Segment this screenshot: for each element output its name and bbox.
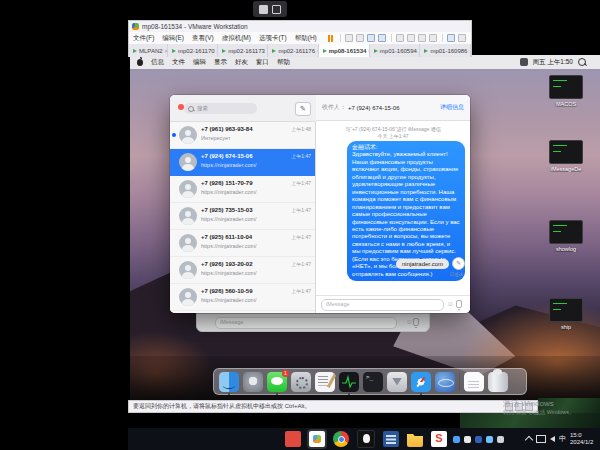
taskbar-explorer-icon[interactable]	[407, 431, 423, 447]
taskbar-chrome-icon[interactable]	[333, 431, 349, 447]
conversation-row[interactable]: +7 (961) 963-93-84 上午1:48 Интересует	[170, 122, 315, 149]
conversation-row[interactable]: +7 (926) 560-10-59 上午1:47 https://ninjat…	[170, 284, 315, 311]
dock-trash-icon[interactable]	[488, 372, 508, 392]
volume-icon[interactable]	[550, 436, 555, 442]
vm-tab[interactable]: mp01-160986×	[420, 44, 471, 57]
desktop-file[interactable]: MACOS	[544, 75, 588, 107]
dock-network-globe-icon[interactable]	[435, 372, 455, 392]
dock-terminal-icon[interactable]: >_	[363, 372, 383, 392]
taskbar-vmware-icon[interactable]	[309, 431, 325, 447]
dock-documents-icon[interactable]	[464, 372, 484, 392]
vm-tab[interactable]: mp01-160594×	[370, 44, 421, 57]
vmware-titlebar[interactable]: mp08-161534 - VMware Workstation	[128, 20, 472, 32]
taskbar-itunes-icon[interactable]	[357, 430, 375, 448]
ime-indicator[interactable]: 中	[559, 434, 566, 444]
pulse-graph	[339, 372, 359, 392]
apple-menu-icon[interactable]	[137, 59, 143, 66]
snapshot-clock-button[interactable]	[356, 34, 364, 42]
vm-tab[interactable]: mp02-161170×	[168, 44, 218, 57]
menu-help[interactable]: 帮助	[277, 58, 290, 67]
expand-control-icon[interactable]	[272, 5, 281, 14]
microphone-icon[interactable]	[413, 318, 419, 326]
tray-icon[interactable]	[453, 436, 460, 443]
snapshot-manager-button[interactable]	[447, 34, 455, 42]
conversation-row[interactable]: +7 (925) 611-10-04 上午1:47 https://ninjat…	[170, 230, 315, 257]
revert-snapshot-button[interactable]	[378, 34, 386, 42]
show-library-button[interactable]	[396, 34, 404, 42]
vm-tab[interactable]: mp02-161176×	[268, 44, 318, 57]
emoji-icon[interactable]: ☺	[447, 300, 454, 308]
menu-window[interactable]: 窗口	[256, 58, 269, 67]
details-button[interactable]: 详细信息	[440, 103, 464, 112]
spotlight-icon[interactable]	[578, 58, 586, 66]
tray-expand-icon[interactable]	[525, 436, 533, 444]
dock-messages-icon[interactable]: 1	[267, 372, 287, 392]
edit-circle-icon[interactable]: ✎	[452, 257, 465, 270]
pause-control-icon[interactable]	[259, 5, 268, 14]
dock-safari-icon[interactable]	[411, 372, 431, 392]
menu-file[interactable]: 文件	[172, 58, 185, 67]
vm-tab-active[interactable]: mp08-161534×	[319, 44, 370, 57]
desktop-file[interactable]: showlog	[544, 220, 588, 252]
menu-edit[interactable]: 编辑	[193, 58, 206, 67]
menu-buddies[interactable]: 好友	[235, 58, 248, 67]
dock-archive-utility-icon[interactable]	[387, 372, 407, 392]
dock-textedit-icon[interactable]	[315, 372, 335, 392]
dock-activity-monitor-icon[interactable]	[339, 372, 359, 392]
conversation-row-selected[interactable]: +7 (924) 674-15-06 上午1:47 https://ninjat…	[170, 149, 315, 176]
tray-icon[interactable]	[497, 436, 504, 443]
link-bubble[interactable]: ninjatrader.com	[396, 259, 449, 269]
tab-close-icon[interactable]: ×	[469, 48, 471, 54]
sogou-ime-icon[interactable]: S	[431, 431, 447, 447]
background-messages-window[interactable]: iMessage ☺	[196, 313, 430, 332]
menu-help[interactable]: 帮助(H)	[295, 34, 317, 43]
vm-tab[interactable]: mp02-161173×	[218, 44, 268, 57]
vmware-statusbar: 要返回到你的计算机，请将鼠标指针从虚拟机中移出或按 Ctrl+Alt。	[128, 400, 538, 413]
desktop-file[interactable]: iMessageDe	[544, 140, 588, 172]
take-snapshot-button[interactable]	[367, 34, 375, 42]
taskbar-clock[interactable]: 15:0 2024/1/2	[570, 432, 600, 446]
unity-button[interactable]	[429, 34, 437, 42]
floating-control-toolbar[interactable]	[253, 1, 287, 17]
search-input[interactable]: 搜索	[184, 103, 257, 114]
input-method-icon[interactable]	[520, 58, 528, 66]
menu-edit[interactable]: 编辑(E)	[162, 34, 184, 43]
vm-tab[interactable]: MLPAN2×	[129, 44, 168, 57]
tray-icon[interactable]	[475, 436, 482, 443]
free-stretch-button[interactable]	[458, 34, 466, 42]
macos-vm-screen: 信息 文件 编辑 显示 好友 窗口 帮助 周五 上午1:50 MACOS iMe…	[130, 55, 600, 403]
search-icon	[188, 106, 194, 112]
timestamp-line: 今天 上午1:47	[316, 133, 470, 139]
conversation-row[interactable]: +7 (925) 735-15-03 上午1:47 https://ninjat…	[170, 203, 315, 230]
menu-view[interactable]: 查看(V)	[192, 34, 214, 43]
menu-view[interactable]: 显示	[214, 58, 227, 67]
message-input[interactable]: iMessage	[321, 299, 444, 311]
conversation-row[interactable]: +7 (926) 193-20-02 上午1:47 https://ninjat…	[170, 257, 315, 284]
fullscreen-button[interactable]	[418, 34, 426, 42]
conversation-row[interactable]: +7 (925) 517-30-66 上午1:47 https://ninjat…	[170, 311, 315, 313]
menu-vm[interactable]: 虚拟机(M)	[222, 34, 251, 43]
menubar-clock[interactable]: 周五 上午1:50	[533, 58, 573, 67]
network-icon[interactable]	[536, 435, 546, 443]
dock-system-preferences-icon[interactable]	[291, 372, 311, 392]
menu-tabs[interactable]: 选项卡(T)	[259, 34, 287, 43]
avatar	[179, 207, 197, 225]
tray-icon[interactable]	[464, 436, 471, 443]
taskbar-document-app-icon[interactable]	[383, 431, 399, 447]
desktop-file[interactable]: ship	[544, 298, 588, 330]
dock-finder-icon[interactable]	[219, 372, 239, 392]
emoji-icon[interactable]: ☺	[406, 318, 413, 326]
avatar	[179, 180, 197, 198]
message-input[interactable]: iMessage	[215, 317, 397, 329]
send-ctrl-alt-del-button[interactable]	[345, 34, 353, 42]
console-view-button[interactable]	[407, 34, 415, 42]
dock-launchpad-icon[interactable]	[243, 372, 263, 392]
taskbar-app-icon[interactable]	[285, 431, 301, 447]
microphone-icon[interactable]	[456, 300, 462, 308]
menu-messages[interactable]: 信息	[151, 58, 164, 67]
menu-file[interactable]: 文件(F)	[133, 34, 154, 43]
suspend-vm-button[interactable]	[327, 35, 334, 42]
compose-button[interactable]: ✎	[295, 102, 311, 116]
conversation-row[interactable]: +7 (926) 151-70-79 上午1:47 https://ninjat…	[170, 176, 315, 203]
tray-icon[interactable]	[486, 436, 493, 443]
